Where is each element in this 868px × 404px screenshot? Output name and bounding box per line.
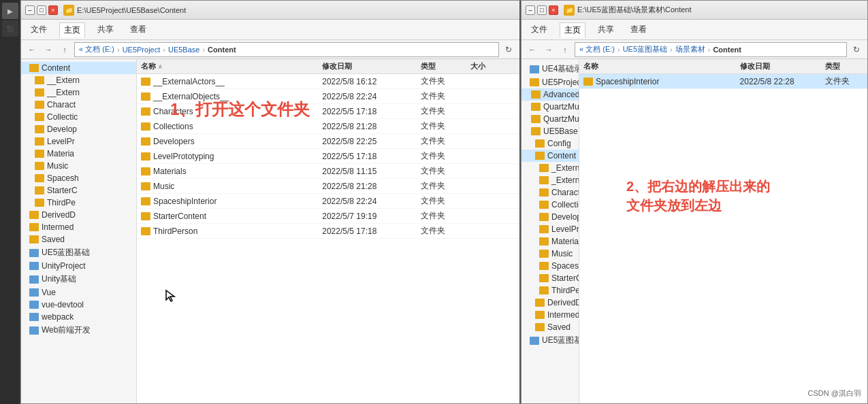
right-sidebar-item-materia[interactable]: Materia — [521, 235, 579, 248]
right-sidebar-item-extern2[interactable]: _Extern — [521, 174, 579, 186]
left-file-row-5[interactable]: LevelPrototyping 2022/5/5 17:18 文件夹 — [137, 149, 519, 164]
left-folder-icon-music — [35, 162, 44, 170]
left-file-row-0[interactable]: __ExternalActors__ 2022/5/8 16:12 文件夹 — [137, 74, 519, 89]
right-col-type-header[interactable]: 类型 — [825, 61, 867, 71]
left-tab-home[interactable]: 主页 — [59, 22, 85, 37]
left-tab-file[interactable]: 文件 — [27, 22, 51, 37]
right-folder-icon: 📁 — [564, 5, 575, 16]
left-up-button[interactable]: ↑ — [58, 43, 71, 56]
left-folder-icon-collecti — [35, 113, 44, 121]
right-col-name-header[interactable]: 名称 — [579, 61, 740, 71]
left-col-date-header[interactable]: 修改日期 — [322, 61, 421, 71]
left-file-row-2[interactable]: Characters 2022/5/5 17:18 文件夹 — [137, 104, 519, 119]
right-sidebar-item-content[interactable]: Content — [521, 150, 579, 162]
right-sidebar-item-develop[interactable]: Develop — [521, 211, 579, 223]
left-file-row-10[interactable]: ThirdPerson 2022/5/5 17:18 文件夹 — [137, 224, 519, 239]
right-refresh-button[interactable]: ↻ — [850, 43, 863, 56]
left-sidebar-item-vue[interactable]: Vue — [21, 286, 136, 299]
left-file-row-8[interactable]: SpaceshipInterior 2022/5/8 22:24 文件夹 — [137, 194, 519, 209]
left-col-type-header[interactable]: 类型 — [421, 61, 470, 71]
right-maximize-button[interactable]: □ — [537, 5, 547, 15]
left-maximize-button[interactable]: □ — [37, 5, 46, 15]
left-sidebar-item-extern2[interactable]: __Extern — [21, 86, 136, 99]
right-tab-view[interactable]: 查看 — [626, 22, 651, 37]
right-folder-icon-materia — [539, 237, 549, 246]
right-close-button[interactable]: × — [549, 5, 558, 15]
left-sidebar-item-content[interactable]: Content — [21, 62, 136, 74]
left-file-row-3[interactable]: Collections 2022/5/8 21:28 文件夹 — [137, 119, 519, 134]
right-tab-file[interactable]: 文件 — [527, 22, 551, 37]
right-col-date-header[interactable]: 修改日期 — [740, 61, 825, 71]
left-refresh-button[interactable]: ↻ — [502, 43, 515, 56]
left-sidebar-item-unity-project[interactable]: UnityProject — [21, 260, 136, 272]
left-minimize-button[interactable]: – — [25, 5, 35, 15]
left-sidebar-label-web: Web前端开发 — [42, 324, 91, 336]
right-sidebar-item-quartz1[interactable]: QuartzMus — [521, 101, 579, 113]
left-file-row-1[interactable]: __ExternalObjects__ 2022/5/8 22:24 文件夹 — [137, 89, 519, 104]
left-sidebar-item-derived[interactable]: DerivedD — [21, 209, 136, 221]
left-folder-icon-extern1 — [35, 76, 44, 84]
left-folder-icon-thirdpe — [35, 199, 44, 207]
left-file-name-10: ThirdPerson — [153, 226, 197, 236]
left-sidebar-item-charact[interactable]: Charact — [21, 99, 136, 111]
right-up-button[interactable]: ↑ — [558, 43, 572, 56]
left-sidebar-item-develop[interactable]: Develop — [21, 123, 136, 135]
left-sidebar-item-vue-devtool[interactable]: vue-devtool — [21, 299, 136, 311]
left-sidebar-item-spacesh[interactable]: Spacesh — [21, 172, 136, 184]
right-folder-icon-starterc — [539, 274, 549, 282]
right-sidebar-item-quartz2[interactable]: QuartzMus — [521, 113, 579, 125]
left-sidebar-item-unity[interactable]: Unity基础 — [21, 272, 136, 286]
left-sidebar-item-level[interactable]: LevelPr — [21, 135, 136, 148]
left-sidebar-item-music[interactable]: Music — [21, 160, 136, 172]
left-close-button[interactable]: × — [48, 5, 58, 15]
right-tab-share[interactable]: 共享 — [594, 22, 618, 37]
left-col-size-header[interactable]: 大小 — [470, 61, 519, 71]
right-sidebar-item-spacesh[interactable]: Spacesh — [521, 260, 579, 272]
right-sidebar-item-advanced[interactable]: AdvancedP — [521, 88, 579, 101]
left-tab-view[interactable]: 查看 — [126, 22, 150, 37]
right-file-row-0[interactable]: SpaceshipInterior 2022/5/8 22:28 文件夹 — [579, 74, 867, 89]
right-sidebar-item-derived[interactable]: DerivedD — [521, 297, 579, 309]
left-sidebar-item-thirdpe[interactable]: ThirdPe — [21, 197, 136, 209]
right-sidebar-item-music[interactable]: Music — [521, 248, 579, 260]
left-back-button[interactable]: ← — [25, 43, 39, 56]
right-address-bar[interactable]: « 文档 (E:) › UE5蓝图基础 › 场景素材 › Content — [575, 42, 847, 57]
left-folder-icon-unity — [29, 275, 39, 284]
right-sidebar-item-ue5base[interactable]: UE5Base — [521, 125, 579, 137]
right-sidebar-item-ue5project[interactable]: UE5Project — [521, 76, 579, 88]
left-forward-button[interactable]: → — [42, 43, 55, 56]
left-sidebar-label-vue-devtool: vue-devtool — [42, 300, 84, 309]
right-sidebar-item-charact[interactable]: Charact — [521, 186, 579, 199]
left-sidebar-item-webpack[interactable]: webpack — [21, 311, 136, 323]
left-sidebar-item-collecti[interactable]: Collectic — [21, 111, 136, 123]
right-sidebar-item-extern1[interactable]: _Extern — [521, 162, 579, 174]
left-sidebar-item-materia[interactable]: Materia — [21, 148, 136, 160]
right-sidebar-item-ue5lan[interactable]: UE5蓝图基础 — [521, 333, 579, 348]
left-tab-share[interactable]: 共享 — [93, 22, 118, 37]
left-sidebar-item-ue5[interactable]: UE5蓝图基础 — [21, 246, 136, 260]
left-col-name-header[interactable]: 名称 ∧ — [137, 61, 322, 71]
left-sidebar-item-saved[interactable]: Saved — [21, 233, 136, 246]
right-back-button[interactable]: ← — [526, 43, 539, 56]
left-sidebar-item-starterc[interactable]: StarterC — [21, 184, 136, 197]
right-forward-button[interactable]: → — [542, 43, 556, 56]
left-file-row-6[interactable]: Materials 2022/5/8 11:15 文件夹 — [137, 164, 519, 179]
right-sidebar-item-level[interactable]: LevelPr — [521, 223, 579, 235]
right-sidebar-item-intermed[interactable]: Intermed — [521, 309, 579, 321]
right-sidebar-item-saved[interactable]: Saved — [521, 321, 579, 333]
left-sidebar-item-extern1[interactable]: __Extern — [21, 74, 136, 86]
left-file-row-9[interactable]: StarterContent 2022/5/7 19:19 文件夹 — [137, 209, 519, 224]
right-sidebar-item-collectio[interactable]: Collectio — [521, 199, 579, 211]
right-sidebar-item-ue4[interactable]: UE4基础录屏 — [521, 62, 579, 76]
left-sidebar-item-intermed[interactable]: Intermed — [21, 221, 136, 233]
right-sidebar-item-starterc[interactable]: StarterC — [521, 272, 579, 284]
left-file-date-2: 2022/5/5 17:18 — [322, 107, 421, 116]
left-file-row-4[interactable]: Developers 2022/5/8 22:25 文件夹 — [137, 134, 519, 149]
left-file-row-7[interactable]: Music 2022/5/8 21:28 文件夹 — [137, 179, 519, 194]
left-address-bar[interactable]: « 文档 (E:) › UE5Project › UE5Base › Conte… — [74, 42, 499, 57]
left-sidebar-item-web[interactable]: Web前端开发 — [21, 323, 136, 337]
right-tab-home[interactable]: 主页 — [560, 22, 585, 37]
right-minimize-button[interactable]: – — [526, 5, 535, 15]
right-sidebar-item-config[interactable]: Config — [521, 137, 579, 150]
right-sidebar-item-thirdpe[interactable]: ThirdPe — [521, 284, 579, 297]
